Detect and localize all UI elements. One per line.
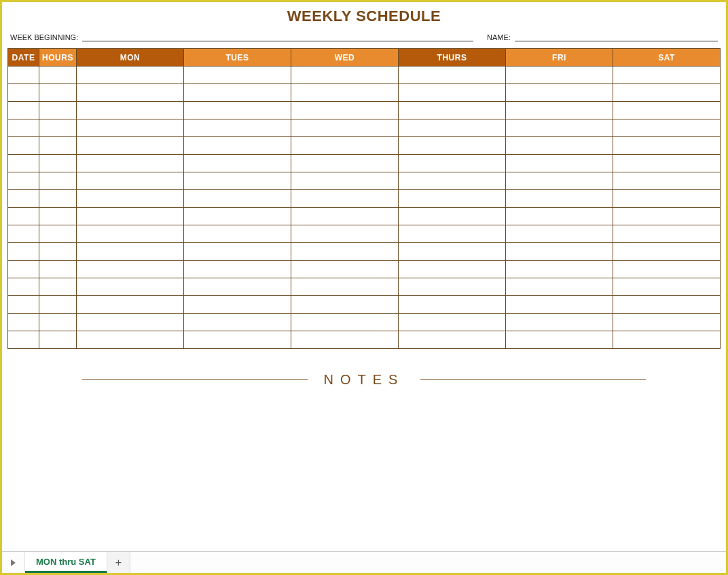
table-cell[interactable] <box>184 314 291 331</box>
table-cell[interactable] <box>39 119 77 137</box>
table-cell[interactable] <box>39 190 77 208</box>
table-cell[interactable] <box>39 225 77 243</box>
name-input-line[interactable] <box>515 32 718 41</box>
table-cell[interactable] <box>506 243 613 261</box>
tab-nav-button[interactable] <box>2 552 25 573</box>
table-cell[interactable] <box>77 119 184 137</box>
table-cell[interactable] <box>184 84 291 102</box>
table-cell[interactable] <box>8 172 39 190</box>
table-cell[interactable] <box>39 67 77 84</box>
table-cell[interactable] <box>506 172 613 190</box>
table-cell[interactable] <box>184 331 291 349</box>
table-cell[interactable] <box>399 331 506 349</box>
table-cell[interactable] <box>184 102 291 119</box>
table-cell[interactable] <box>39 331 77 349</box>
table-cell[interactable] <box>399 208 506 225</box>
table-cell[interactable] <box>613 331 721 349</box>
table-cell[interactable] <box>399 155 506 172</box>
table-cell[interactable] <box>613 261 721 278</box>
table-cell[interactable] <box>399 278 506 296</box>
table-cell[interactable] <box>291 296 399 314</box>
table-cell[interactable] <box>8 155 39 172</box>
add-sheet-button[interactable]: + <box>107 552 130 573</box>
table-cell[interactable] <box>399 243 506 261</box>
table-cell[interactable] <box>506 314 613 331</box>
table-cell[interactable] <box>613 137 721 155</box>
table-cell[interactable] <box>506 296 613 314</box>
table-cell[interactable] <box>291 190 399 208</box>
table-cell[interactable] <box>8 119 39 137</box>
table-cell[interactable] <box>184 208 291 225</box>
table-cell[interactable] <box>184 261 291 278</box>
table-cell[interactable] <box>399 190 506 208</box>
table-cell[interactable] <box>8 102 39 119</box>
table-cell[interactable] <box>8 137 39 155</box>
table-cell[interactable] <box>184 172 291 190</box>
table-cell[interactable] <box>291 102 399 119</box>
table-cell[interactable] <box>506 208 613 225</box>
table-cell[interactable] <box>39 243 77 261</box>
table-cell[interactable] <box>291 84 399 102</box>
table-cell[interactable] <box>184 190 291 208</box>
table-cell[interactable] <box>291 208 399 225</box>
table-cell[interactable] <box>291 331 399 349</box>
table-cell[interactable] <box>613 119 721 137</box>
table-cell[interactable] <box>506 102 613 119</box>
table-cell[interactable] <box>77 172 184 190</box>
table-cell[interactable] <box>291 278 399 296</box>
table-cell[interactable] <box>8 243 39 261</box>
table-cell[interactable] <box>39 208 77 225</box>
table-cell[interactable] <box>39 314 77 331</box>
table-cell[interactable] <box>506 331 613 349</box>
table-cell[interactable] <box>77 296 184 314</box>
table-cell[interactable] <box>8 278 39 296</box>
table-cell[interactable] <box>184 67 291 84</box>
table-cell[interactable] <box>8 296 39 314</box>
table-cell[interactable] <box>39 102 77 119</box>
table-cell[interactable] <box>184 225 291 243</box>
table-cell[interactable] <box>77 243 184 261</box>
table-cell[interactable] <box>184 278 291 296</box>
table-cell[interactable] <box>613 67 721 84</box>
table-cell[interactable] <box>77 314 184 331</box>
table-cell[interactable] <box>399 296 506 314</box>
table-cell[interactable] <box>8 225 39 243</box>
table-cell[interactable] <box>613 84 721 102</box>
table-cell[interactable] <box>77 155 184 172</box>
table-cell[interactable] <box>399 119 506 137</box>
table-cell[interactable] <box>8 314 39 331</box>
table-cell[interactable] <box>506 261 613 278</box>
table-cell[interactable] <box>291 67 399 84</box>
week-beginning-input-line[interactable] <box>82 32 473 41</box>
table-cell[interactable] <box>506 119 613 137</box>
table-cell[interactable] <box>399 67 506 84</box>
table-cell[interactable] <box>506 278 613 296</box>
table-cell[interactable] <box>613 172 721 190</box>
table-cell[interactable] <box>506 84 613 102</box>
table-cell[interactable] <box>184 155 291 172</box>
table-cell[interactable] <box>399 84 506 102</box>
table-cell[interactable] <box>399 261 506 278</box>
table-cell[interactable] <box>77 331 184 349</box>
table-cell[interactable] <box>39 155 77 172</box>
table-cell[interactable] <box>184 119 291 137</box>
table-cell[interactable] <box>77 102 184 119</box>
table-cell[interactable] <box>184 243 291 261</box>
table-cell[interactable] <box>613 314 721 331</box>
table-cell[interactable] <box>613 155 721 172</box>
table-cell[interactable] <box>291 261 399 278</box>
table-cell[interactable] <box>77 137 184 155</box>
table-cell[interactable] <box>613 190 721 208</box>
table-cell[interactable] <box>77 278 184 296</box>
sheet-tab-active[interactable]: MON thru SAT <box>25 552 107 573</box>
table-cell[interactable] <box>184 137 291 155</box>
table-cell[interactable] <box>77 67 184 84</box>
table-cell[interactable] <box>291 314 399 331</box>
table-cell[interactable] <box>39 278 77 296</box>
table-cell[interactable] <box>77 208 184 225</box>
table-cell[interactable] <box>291 137 399 155</box>
table-cell[interactable] <box>506 155 613 172</box>
table-cell[interactable] <box>399 137 506 155</box>
table-cell[interactable] <box>613 208 721 225</box>
table-cell[interactable] <box>291 119 399 137</box>
